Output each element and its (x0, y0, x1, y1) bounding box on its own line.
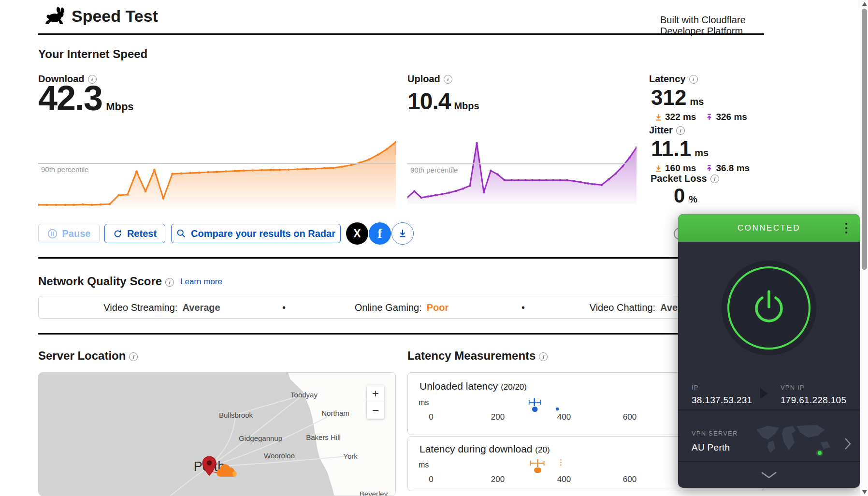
packet-loss-value: 0 (674, 184, 685, 207)
unloaded-latency-count: (20/20) (501, 382, 527, 392)
vpn-ip-value: 179.61.228.105 (781, 395, 846, 406)
map-label: Gidgegannup (239, 434, 282, 442)
upload-info-icon[interactable]: i (444, 75, 452, 84)
download-latency-title: Latency during download (420, 443, 533, 454)
upload-arrow-icon (706, 165, 713, 172)
vpn-collapse-button[interactable] (678, 462, 860, 488)
vpn-menu-kebab-icon[interactable] (843, 221, 849, 235)
share-facebook-button[interactable]: f (369, 222, 391, 245)
packet-loss-info-icon[interactable]: i (710, 175, 719, 183)
section-divider (38, 333, 764, 335)
latency-measurements-header: Latency Measurementsi (407, 349, 548, 363)
zoom-in-button[interactable]: + (367, 385, 384, 402)
scrollbar-up-arrow[interactable] (862, 2, 867, 6)
page-scrollbar[interactable] (860, 0, 868, 496)
unloaded-latency-title: Unloaded latency (420, 380, 498, 392)
chevron-right-icon (844, 438, 851, 450)
speed-test-page: Speed Test Built with Cloudflare Develop… (0, 0, 868, 496)
jitter-block: Jitteri 11.1 ms 160 ms 36.8 ms (649, 125, 750, 174)
latency-upload-item: 326 ms (706, 112, 747, 122)
ip-value: 38.137.53.231 (692, 395, 752, 406)
zoom-out-button[interactable]: − (367, 402, 384, 419)
quality-label: Online Gaming: (355, 296, 422, 319)
quality-item-online-gaming: Online Gaming: Poor (355, 296, 449, 319)
quality-label: Video Streaming: (103, 296, 177, 319)
latency-measurements-info-icon[interactable]: i (539, 352, 548, 361)
compare-radar-label: Compare your results on Radar (191, 228, 335, 239)
page-title: Speed Test (72, 7, 158, 26)
vpn-client-window: CONNECTED IP 38.137.53.231 VPN IP 179.61… (678, 214, 860, 488)
ip-label: IP (692, 384, 699, 391)
axis-tick: 200 (491, 412, 505, 422)
latency-block: Latencyi 312 ms 322 ms 326 ms (649, 73, 747, 122)
vpn-header: CONNECTED (678, 214, 860, 242)
upload-p90-label: 90th percentile (410, 166, 458, 174)
scrollbar-down-arrow[interactable] (862, 490, 867, 494)
map-label: Wooroloo (264, 452, 295, 460)
latency-unit: ms (690, 96, 704, 107)
upload-unit: Mbps (454, 101, 479, 112)
jitter-info-icon[interactable]: i (676, 126, 685, 135)
bullet-separator: • (521, 296, 525, 319)
unloaded-latency-boxplot (426, 398, 677, 413)
upload-p90-gridline (407, 163, 637, 164)
packet-loss-unit: % (689, 194, 697, 205)
server-location-title: Server Location (38, 349, 126, 362)
server-location-dot (818, 451, 822, 455)
map-label: Toodyay (290, 391, 318, 399)
jitter-value: 11.1 (651, 137, 691, 161)
jitter-upload-value: 36.8 ms (716, 163, 750, 174)
ip-arrow-icon (760, 388, 768, 399)
quality-value: Poor (427, 296, 449, 319)
compare-radar-button[interactable]: Compare your results on Radar (171, 224, 341, 243)
jitter-unit: ms (694, 147, 709, 159)
map-pin-icon (202, 456, 217, 476)
axis-tick: 0 (429, 475, 433, 484)
map-label: Northam (321, 409, 349, 417)
map-zoom-control: + − (367, 385, 384, 419)
pause-icon (47, 229, 58, 239)
download-results-button[interactable] (391, 222, 414, 245)
axis-tick: 400 (557, 475, 571, 484)
world-map-graphic (754, 423, 843, 461)
quality-item-video-streaming: Video Streaming: Average (103, 296, 220, 319)
download-throughput-chart (38, 141, 396, 209)
jitter-label: Jitter (649, 125, 673, 135)
facebook-logo: f (378, 226, 382, 241)
upload-value: 10.4 (407, 88, 450, 115)
download-p90-label: 90th percentile (41, 165, 88, 174)
latency-measurements-title: Latency Measurements (407, 349, 535, 362)
latency-value: 312 (651, 86, 686, 110)
scrollbar-thumb[interactable] (862, 9, 867, 270)
share-x-button[interactable]: X (346, 222, 368, 245)
vpn-server-row[interactable]: VPN SERVER AU Perth (678, 410, 860, 461)
network-quality-box: Video Streaming: Average • Online Gaming… (38, 296, 764, 319)
latency-info-icon[interactable]: i (689, 75, 698, 84)
latency-download-value: 322 ms (665, 112, 696, 122)
x-logo: X (353, 227, 361, 240)
quality-value: Average (182, 296, 220, 319)
latency-label: Latency (649, 73, 686, 84)
server-location-info-icon[interactable]: i (129, 352, 138, 361)
download-value-row: 42.3 Mbps (38, 78, 134, 118)
cloudflare-cloud-icon (216, 464, 238, 478)
search-icon (176, 229, 186, 238)
download-results-icon (398, 229, 407, 238)
vpn-power-button[interactable] (718, 257, 820, 359)
vpn-server-value: AU Perth (692, 442, 730, 453)
axis-tick: 0 (429, 412, 433, 422)
retest-button[interactable]: Retest (104, 224, 165, 243)
axis-tick: 400 (557, 412, 571, 422)
chevron-down-icon (760, 471, 778, 479)
download-arrow-icon (655, 114, 662, 121)
latency-upload-value: 326 ms (716, 112, 747, 122)
download-latency-count: (20) (535, 445, 550, 454)
jitter-download-value: 160 ms (665, 163, 696, 174)
pause-button[interactable]: Pause (38, 224, 100, 243)
retest-label: Retest (127, 228, 157, 239)
server-location-map[interactable]: Toodyay Bullsbrook Northam Gidgegannup B… (38, 372, 396, 496)
learn-more-link[interactable]: Learn more (180, 277, 222, 287)
section-title-speed: Your Internet Speed (38, 47, 147, 61)
latency-download-item: 322 ms (655, 112, 696, 122)
network-quality-info-icon[interactable]: i (165, 278, 174, 287)
